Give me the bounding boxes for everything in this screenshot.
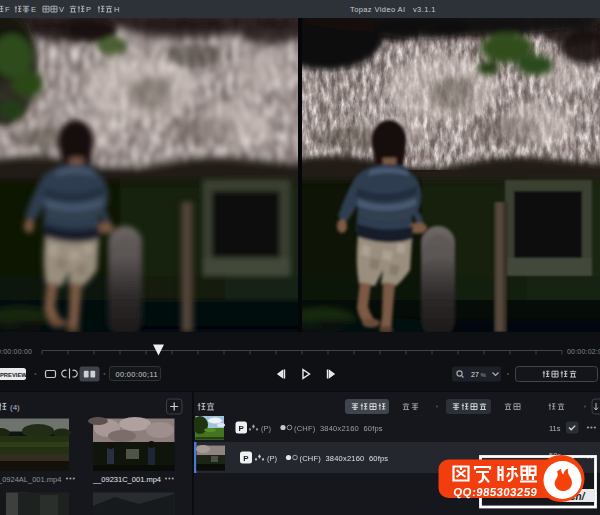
svg-text:(4): (4) — [10, 403, 20, 412]
svg-text:(P): (P) — [261, 424, 272, 433]
svg-text:Topaz Video AI v3.1.1: Topaz Video AI v3.1.1 — [350, 5, 436, 14]
svg-text:00:00:00;11: 00:00:00;11 — [116, 370, 158, 379]
svg-text:(CHF) 3840x2160 60fps: (CHF) 3840x2160 60fps — [294, 424, 383, 433]
svg-text:27: 27 — [471, 371, 479, 378]
svg-text:%: % — [481, 372, 487, 378]
svg-text:H: H — [114, 5, 119, 14]
svg-text:V: V — [59, 5, 64, 14]
svg-text:__09231C_001.mp4: __09231C_001.mp4 — [92, 475, 161, 484]
svg-text:P: P — [86, 5, 91, 14]
svg-text:P: P — [239, 424, 245, 433]
svg-text:50s: 50s — [549, 451, 561, 460]
svg-text:(P): (P) — [267, 454, 278, 463]
svg-text:F: F — [5, 5, 10, 14]
svg-text:PREVIEW: PREVIEW — [0, 372, 27, 378]
svg-text:0:00:00:00: 0:00:00:00 — [0, 348, 32, 355]
svg-text:P: P — [243, 454, 249, 463]
svg-text:00:00:02:0: 00:00:02:0 — [567, 348, 600, 355]
svg-text:(CHF) 3840x2160 60fps: (CHF) 3840x2160 60fps — [300, 454, 389, 463]
svg-text:_0924AL_001.mp4: _0924AL_001.mp4 — [0, 475, 61, 484]
svg-text:E: E — [31, 5, 36, 14]
svg-text:11s: 11s — [549, 424, 561, 433]
